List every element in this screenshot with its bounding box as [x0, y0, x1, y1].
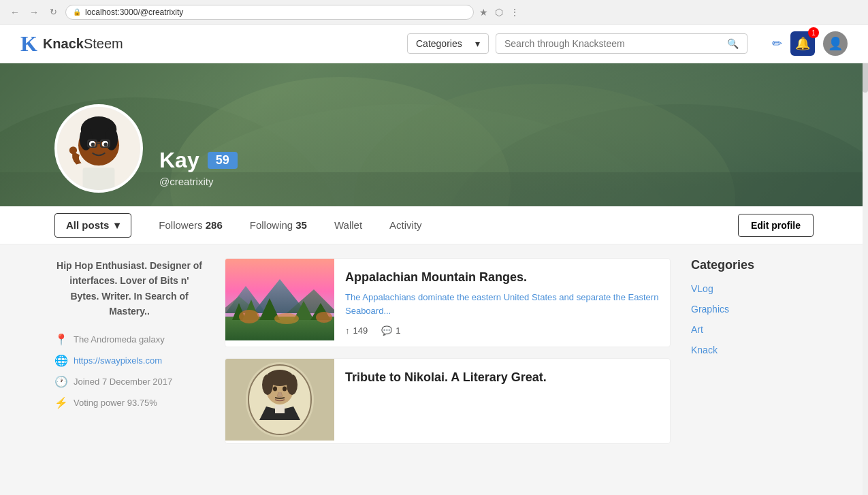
tab-followers[interactable]: Followers 286 — [145, 214, 236, 236]
profile-name: Kay 59 — [159, 148, 238, 173]
profile-handle: @creatrixity — [159, 176, 238, 187]
edit-icon[interactable]: ✏ — [772, 36, 782, 51]
profile-name-section: Kay 59 @creatrixity — [159, 148, 238, 193]
url-text: localhost:3000/@creatrixity — [85, 7, 183, 17]
right-sidebar: Categories VLog Graphics Art Knack — [691, 258, 814, 455]
comment-count: 1 — [396, 325, 400, 336]
notification-button[interactable]: 🔔 1 — [790, 31, 815, 56]
posts-feed: Appalachian Mountain Ranges. The Appalac… — [225, 258, 671, 455]
svg-point-33 — [274, 313, 299, 324]
post-card: Appalachian Mountain Ranges. The Appalac… — [225, 258, 671, 347]
search-box[interactable]: 🔍 — [496, 33, 748, 54]
clock-icon: 🕐 — [54, 375, 67, 388]
tab-activity[interactable]: Activity — [376, 214, 436, 236]
svg-point-20 — [69, 146, 77, 154]
extension-icon[interactable]: ⬡ — [495, 7, 503, 18]
post-thumbnail-2 — [225, 359, 334, 443]
joined-item: 🕐 Joined 7 December 2017 — [54, 375, 204, 388]
avatar-svg — [57, 104, 140, 193]
user-bio: Hip Hop Enthusiast. Designer of interfac… — [54, 258, 204, 319]
logo[interactable]: K KnackSteem — [20, 33, 123, 54]
location-icon: 📍 — [54, 333, 67, 346]
svg-point-40 — [262, 374, 273, 395]
svg-rect-19 — [83, 167, 115, 190]
navbar-search: Categories ▾ 🔍 — [407, 33, 748, 54]
category-graphics[interactable]: Graphics — [691, 304, 814, 315]
reputation-badge: 59 — [208, 152, 238, 169]
bolt-icon: ⚡ — [54, 396, 67, 409]
edit-profile-button[interactable]: Edit profile — [738, 214, 814, 237]
post-comments: 💬 1 — [381, 325, 400, 336]
location-item: 📍 The Andromeda galaxy — [54, 333, 204, 346]
upvote-count: 149 — [353, 325, 368, 336]
cover-section: Kay 59 @creatrixity — [0, 63, 868, 206]
website-item[interactable]: 🌐 https://swaypixels.com — [54, 354, 204, 367]
logo-k-icon: K — [20, 33, 37, 54]
mountain-image — [225, 259, 334, 340]
svg-point-15 — [104, 143, 108, 147]
browser-actions: ★ ⬡ ⋮ — [479, 7, 519, 18]
scrollbar[interactable] — [863, 25, 868, 468]
post-content: Appalachian Mountain Ranges. The Appalac… — [334, 259, 670, 347]
bookmark-icon[interactable]: ★ — [479, 7, 488, 18]
svg-rect-44 — [275, 405, 285, 413]
post-title[interactable]: Appalachian Mountain Ranges. — [345, 270, 659, 285]
search-input[interactable] — [504, 38, 722, 49]
lock-icon: 🔒 — [73, 8, 81, 16]
back-button[interactable]: ← — [8, 5, 22, 19]
navbar: K KnackSteem Categories ▾ 🔍 ✏ 🔔 1 👤 — [0, 25, 868, 63]
voting-power-text: Voting power 93.75% — [74, 398, 157, 408]
tab-all-posts[interactable]: All posts ▾ — [54, 213, 131, 238]
navbar-icons: ✏ 🔔 1 👤 — [772, 31, 848, 56]
url-bar[interactable]: 🔒 localhost:3000/@creatrixity — [65, 5, 474, 20]
main-content: Hip Hop Enthusiast. Designer of interfac… — [0, 244, 868, 468]
tab-wallet[interactable]: Wallet — [321, 214, 376, 236]
forward-button[interactable]: → — [27, 5, 41, 19]
chevron-down-icon: ▾ — [114, 219, 120, 231]
svg-point-41 — [287, 374, 298, 395]
logo-text: KnackSteem — [43, 36, 123, 52]
joined-text: Joined 7 December 2017 — [74, 377, 172, 387]
profile-header: Kay 59 @creatrixity — [54, 104, 238, 193]
post-title-2[interactable]: Tribute to Nikolai. A Literary Great. — [345, 370, 659, 385]
browser-chrome: ← → ↻ 🔒 localhost:3000/@creatrixity ★ ⬡ … — [0, 0, 868, 25]
svg-point-34 — [316, 312, 332, 323]
post-thumbnail — [225, 259, 334, 347]
post-content-2: Tribute to Nikolai. A Literary Great. — [334, 359, 670, 443]
search-icon: 🔍 — [727, 38, 739, 49]
globe-icon: 🌐 — [54, 354, 67, 367]
reload-button[interactable]: ↻ — [46, 5, 60, 19]
profile-tabs-bar: All posts ▾ Followers 286 Following 35 W… — [0, 206, 868, 244]
post-excerpt: The Appalachians dominate the eastern Un… — [345, 291, 659, 317]
svg-point-14 — [91, 143, 95, 147]
user-avatar-nav[interactable]: 👤 — [823, 31, 848, 56]
category-vlog[interactable]: VLog — [691, 283, 814, 294]
upvote-icon: ↑ — [345, 325, 350, 336]
svg-point-32 — [239, 310, 259, 323]
svg-point-43 — [283, 387, 287, 392]
chevron-down-icon: ▾ — [475, 38, 480, 49]
comment-icon: 💬 — [381, 325, 392, 336]
post-meta: ↑ 149 💬 1 — [345, 325, 659, 336]
post-card: Tribute to Nikolai. A Literary Great. — [225, 358, 671, 444]
avatar — [54, 104, 143, 193]
category-art[interactable]: Art — [691, 324, 814, 335]
notification-badge: 1 — [808, 27, 819, 38]
voting-power-item: ⚡ Voting power 93.75% — [54, 396, 204, 409]
bell-icon: 🔔 — [795, 36, 810, 51]
left-sidebar: Hip Hop Enthusiast. Designer of interfac… — [54, 258, 204, 455]
website-link[interactable]: https://swaypixels.com — [74, 355, 162, 366]
location-text: The Andromeda galaxy — [74, 334, 165, 345]
category-knack[interactable]: Knack — [691, 345, 814, 355]
svg-point-42 — [273, 387, 277, 392]
post-upvotes: ↑ 149 — [345, 325, 368, 336]
tab-following[interactable]: Following 35 — [236, 214, 321, 236]
categories-dropdown[interactable]: Categories ▾ — [407, 33, 489, 54]
categories-title: Categories — [691, 258, 814, 272]
portrait-image — [225, 359, 334, 441]
menu-icon[interactable]: ⋮ — [510, 7, 519, 18]
